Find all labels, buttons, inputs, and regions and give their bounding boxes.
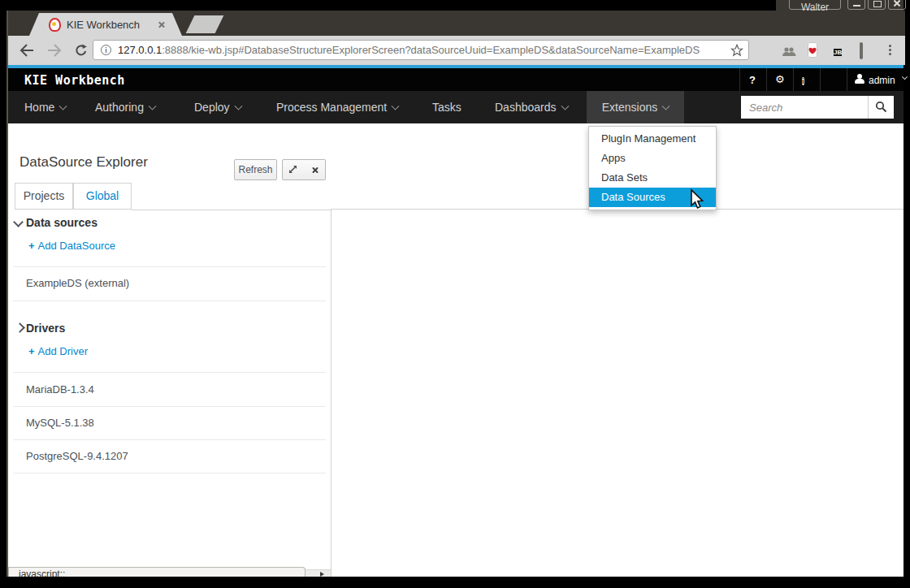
user-menu[interactable]: admin: [869, 75, 895, 86]
app-header: KIE Workbench ? ⚙ i admin: [8, 68, 904, 91]
jetbrains-extension-icon[interactable]: JB: [834, 43, 842, 59]
people-extension-icon[interactable]: [782, 45, 796, 60]
info-icon[interactable]: i: [802, 74, 804, 87]
back-button[interactable]: [20, 44, 34, 60]
close-button[interactable]: [888, 0, 906, 10]
browser-tab[interactable]: KIE Workbench: [29, 13, 182, 36]
status-link-preview: javascript:;: [8, 567, 306, 577]
panel-title: DataSource Explorer: [20, 154, 148, 171]
caret-icon: [662, 102, 670, 110]
screen: Walter KIE Workbench i 127.0.0.1:8888/ki…: [0, 0, 910, 588]
add-datasource-link[interactable]: +Add DataSource: [28, 240, 115, 252]
user-caret-icon: [902, 74, 908, 80]
bookmark-star-icon[interactable]: [730, 44, 743, 60]
panel-close-button[interactable]: [304, 159, 326, 180]
url-path: :8888/kie-wb.jsp#DatabaseStructureExplor…: [162, 44, 700, 56]
driver-item[interactable]: MySQL-5.1.38: [26, 417, 94, 429]
nav-process-management[interactable]: Process Management: [276, 91, 398, 123]
divider: [13, 266, 326, 267]
reload-button[interactable]: [75, 44, 88, 60]
datasource-item[interactable]: ExampleDS (external): [26, 277, 129, 289]
close-x-icon: [311, 166, 318, 174]
heart-extension-icon[interactable]: [808, 43, 817, 58]
search-button[interactable]: [868, 96, 894, 119]
tab-title: KIE Workbench: [67, 19, 140, 31]
tab-close-icon[interactable]: [158, 21, 165, 28]
maximize-button[interactable]: [868, 0, 886, 10]
minimize-icon: [853, 5, 860, 6]
help-icon[interactable]: ?: [749, 74, 756, 86]
tab-global[interactable]: Global: [73, 183, 132, 210]
mouse-cursor: [689, 188, 704, 214]
search-input[interactable]: [741, 96, 863, 119]
chevron-down-icon[interactable]: [13, 217, 24, 227]
divider: [13, 439, 326, 440]
nav-extensions-open[interactable]: Extensions: [587, 91, 684, 126]
scroll-right-icon[interactable]: [320, 572, 324, 577]
divider: [13, 473, 326, 473]
nav-dashboards[interactable]: Dashboards: [495, 91, 568, 123]
gear-icon[interactable]: ⚙: [775, 73, 785, 85]
os-user-button[interactable]: Walter: [789, 0, 841, 10]
refresh-button[interactable]: Refresh: [234, 159, 277, 180]
plus-icon: +: [28, 240, 35, 252]
search-box: [741, 96, 894, 119]
plus-icon: +: [28, 345, 35, 357]
caret-icon: [392, 102, 400, 110]
caret-icon: [561, 102, 569, 110]
section-drivers-header[interactable]: Drivers: [26, 322, 65, 335]
url-host: 127.0.0.1: [118, 44, 162, 56]
section-datasources-header[interactable]: Data sources: [26, 216, 98, 229]
nav-authoring[interactable]: Authoring: [95, 91, 155, 123]
divider: [13, 372, 326, 373]
tabbar-underline: [132, 210, 331, 210]
capture-frame-extension-icon[interactable]: [860, 44, 863, 58]
url-text: 127.0.0.1:8888/kie-wb.jsp#DatabaseStruct…: [118, 44, 726, 56]
nav-home[interactable]: Home: [24, 91, 66, 123]
browser-toolbar: i 127.0.0.1:8888/kie-wb.jsp#DatabaseStru…: [6, 36, 905, 65]
web-page: KIE Workbench ? ⚙ i admin Home Authoring…: [6, 65, 904, 577]
divider: [13, 300, 326, 301]
content-area: DataSource Explorer Refresh Projects Glo…: [8, 123, 904, 577]
main-navbar: Home Authoring Deploy Process Management…: [8, 91, 904, 123]
driver-item[interactable]: PostgreSQL-9.4.1207: [26, 450, 128, 462]
page-info-icon[interactable]: i: [101, 45, 111, 55]
nav-tasks[interactable]: Tasks: [432, 91, 462, 123]
caret-icon: [59, 102, 67, 110]
menu-item-data-sets[interactable]: Data Sets: [589, 168, 716, 188]
panel-right-border: [331, 209, 332, 577]
app-logo: KIE Workbench: [24, 73, 125, 88]
kie-favicon-icon: [49, 18, 61, 32]
menu-item-plugin-management[interactable]: PlugIn Management: [589, 129, 716, 149]
expand-button[interactable]: [282, 159, 305, 180]
browser-menu-icon[interactable]: [889, 43, 891, 57]
caret-icon: [234, 102, 242, 110]
close-icon: [893, 0, 901, 7]
divider: [13, 406, 326, 407]
minimize-button[interactable]: [847, 0, 865, 10]
maximize-icon: [873, 1, 882, 7]
new-tab-button[interactable]: [186, 15, 224, 33]
menu-item-apps[interactable]: Apps: [589, 149, 716, 168]
nav-deploy[interactable]: Deploy: [194, 91, 241, 123]
browser-tabstrip: KIE Workbench: [6, 11, 905, 36]
tab-projects[interactable]: Projects: [15, 183, 73, 210]
forward-button[interactable]: [47, 44, 62, 60]
caret-icon: [148, 102, 156, 110]
chevron-right-icon[interactable]: [15, 322, 25, 333]
add-driver-link[interactable]: +Add Driver: [28, 345, 88, 357]
driver-item[interactable]: MariaDB-1.3.4: [26, 383, 94, 396]
address-bar[interactable]: i 127.0.0.1:8888/kie-wb.jsp#DatabaseStru…: [93, 40, 749, 60]
